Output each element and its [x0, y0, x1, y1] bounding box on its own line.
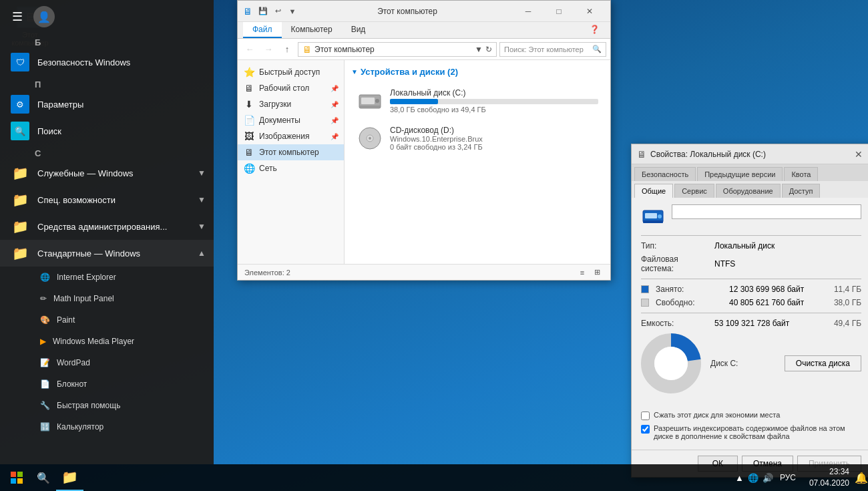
- sidebar-subitem-wordpad[interactable]: 📝 WordPad: [0, 352, 214, 373]
- drive-c-item[interactable]: Локальный диск (C:) 38,0 ГБ свободно из …: [351, 84, 604, 118]
- used-color-swatch: [641, 285, 649, 293]
- sidebar-item-accessibility[interactable]: 📁 Спец. возможности ▼: [0, 186, 214, 213]
- qat-save-btn[interactable]: 💾: [256, 5, 270, 18]
- sidebar-item-settings[interactable]: ⚙ Параметры: [0, 91, 214, 118]
- explorer-titlebar-icon: 🖥: [243, 6, 254, 17]
- free-color-swatch: [641, 299, 649, 307]
- sidebar-item-windows-tools[interactable]: 📁 Служебные — Windows ▼: [0, 160, 214, 186]
- drive-name-input[interactable]: [672, 204, 861, 219]
- dialog-tabs-row1: Безопасность Предыдущие версии Квота: [632, 164, 868, 181]
- capacity-label: Емкость:: [641, 319, 708, 328]
- section-title: Устройства и диски (2): [361, 67, 458, 77]
- svg-point-2: [375, 99, 379, 103]
- pin-icon-downloads: 📌: [331, 101, 339, 108]
- sidebar-subitem-math[interactable]: ✏ Math Input Panel: [0, 288, 214, 309]
- disk-label: Диск С:: [710, 359, 738, 368]
- hamburger-button[interactable]: ☰: [8, 5, 27, 28]
- sidebar-item-standard[interactable]: 📁 Стандартные — Windows ▲: [0, 240, 214, 267]
- tab-access[interactable]: Доступ: [782, 184, 821, 198]
- documents-icon: 📄: [243, 115, 255, 126]
- free-label: Свободно:: [656, 298, 722, 307]
- qat-dropdown-btn[interactable]: ▼: [286, 5, 299, 18]
- sidebar-desktop[interactable]: 🖥 Рабочий стол 📌: [238, 80, 344, 96]
- clock-date: 07.04.2020: [809, 478, 849, 489]
- sidebar-subitem-paint[interactable]: 🎨 Paint: [0, 309, 214, 331]
- compress-checkbox[interactable]: [641, 412, 650, 420]
- sidebar-downloads[interactable]: ⬇ Загрузки 📌: [238, 96, 344, 112]
- index-checkbox[interactable]: [641, 425, 650, 434]
- tab-view[interactable]: Вид: [342, 22, 375, 38]
- tray-arrow-icon[interactable]: ▲: [735, 473, 744, 483]
- notification-icon[interactable]: 🔔: [855, 472, 868, 484]
- sidebar-item-admin[interactable]: 📁 Средства администрирования... ▼: [0, 213, 214, 240]
- tab-computer[interactable]: Компьютер: [282, 22, 342, 38]
- dialog-drive-icon: [641, 204, 665, 228]
- view-list-button[interactable]: ≡: [576, 266, 589, 279]
- sidebar-pictures[interactable]: 🖼 Изображения 📌: [238, 128, 344, 144]
- explorer-main: ▼ Устройства и диски (2): [345, 60, 610, 264]
- sidebar-item-security[interactable]: 🛡 Безопасность Windows: [0, 49, 214, 75]
- dialog-close-button[interactable]: ✕: [852, 148, 865, 161]
- language-indicator[interactable]: РУС: [777, 473, 799, 482]
- start-menu: ☰ 👤 Б 🛡 Безопасность Windows П ⚙ Парамет…: [0, 0, 214, 464]
- properties-dialog: 🖥 Свойства: Локальный диск (С:) ✕ Безопа…: [631, 144, 868, 478]
- svg-rect-16: [11, 478, 16, 484]
- up-button[interactable]: ↑: [279, 41, 295, 57]
- svg-rect-8: [645, 213, 657, 218]
- forward-button[interactable]: →: [260, 41, 276, 57]
- network-tray-icon[interactable]: 🌐: [748, 473, 758, 483]
- paint-icon: 🎨: [40, 315, 50, 325]
- speaker-tray-icon[interactable]: 🔊: [763, 473, 773, 483]
- start-button[interactable]: [0, 464, 33, 491]
- tab-security[interactable]: Безопасность: [634, 167, 696, 181]
- search-box[interactable]: Поиск: Этот компьютер 🔍: [499, 42, 606, 57]
- help-button[interactable]: ❓: [584, 22, 605, 38]
- folder-icon-tools: 📁: [11, 164, 29, 182]
- tab-service[interactable]: Сервис: [674, 184, 714, 198]
- tab-hardware[interactable]: Оборудование: [716, 184, 781, 198]
- maximize-button[interactable]: □: [544, 1, 574, 22]
- quick-access-toolbar: 💾 ↩ ▼: [256, 5, 299, 18]
- taskbar-search-button[interactable]: 🔍: [33, 464, 53, 491]
- sidebar-subitem-notepad[interactable]: 📄 Блокнот: [0, 373, 214, 395]
- sidebar-quick-access[interactable]: ⭐ Быстрый доступ: [238, 64, 344, 80]
- sidebar-subitem-calculator[interactable]: 🔢 Калькулятор: [0, 416, 214, 438]
- search-icon: 🔍: [11, 122, 29, 140]
- address-path[interactable]: 🖥 Этот компьютер ▼ ↻: [298, 42, 497, 57]
- sidebar-documents[interactable]: 📄 Документы 📌: [238, 112, 344, 128]
- sidebar-network[interactable]: 🌐 Сеть: [238, 160, 344, 176]
- clock[interactable]: 23:34 07.04.2020: [804, 466, 855, 489]
- tab-quota[interactable]: Квота: [784, 167, 818, 181]
- qat-undo-btn[interactable]: ↩: [271, 5, 284, 18]
- clean-disk-button[interactable]: Очистка диска: [785, 355, 861, 371]
- dialog-icon-area: [641, 204, 861, 228]
- ribbon: Файл Компьютер Вид ❓: [238, 22, 610, 39]
- user-avatar[interactable]: 👤: [33, 6, 55, 27]
- back-button[interactable]: ←: [242, 41, 258, 57]
- drive-c-bar: [390, 99, 438, 104]
- close-button[interactable]: ✕: [574, 1, 605, 22]
- minimize-button[interactable]: ─: [513, 1, 544, 22]
- sidebar-subitem-quickassist[interactable]: 🔧 Быстрая помощь: [0, 395, 214, 416]
- tab-general[interactable]: Общие: [634, 184, 673, 198]
- item-count: Элементов: 2: [244, 269, 290, 277]
- drive-d-item[interactable]: CD-дисковод (D:) Windows.10.Enterprise.B…: [351, 121, 604, 156]
- fs-value: NTFS: [714, 259, 861, 269]
- sidebar-item-search[interactable]: 🔍 Поиск: [0, 118, 214, 144]
- tab-file[interactable]: Файл: [243, 22, 282, 38]
- security-label: Безопасность Windows: [37, 57, 206, 67]
- svg-point-13: [654, 347, 688, 380]
- drive-c-bar-container: [390, 99, 598, 104]
- sidebar-subitem-ie[interactable]: 🌐 Internet Explorer: [0, 267, 214, 288]
- arrow-down-icon-3: ▼: [198, 222, 206, 231]
- svg-rect-15: [17, 472, 23, 477]
- taskbar-item-explorer[interactable]: 📁: [56, 464, 83, 491]
- address-dropdown-icon[interactable]: ▼: [475, 45, 483, 54]
- address-refresh-icon[interactable]: ↻: [485, 45, 492, 54]
- disk-label-area: Диск С:: [710, 359, 738, 368]
- view-grid-button[interactable]: ⊞: [590, 266, 604, 279]
- devices-section-header[interactable]: ▼ Устройства и диски (2): [351, 67, 604, 77]
- sidebar-subitem-wmp[interactable]: ▶ Windows Media Player: [0, 331, 214, 352]
- sidebar-this-computer[interactable]: 🖥 Этот компьютер: [238, 144, 344, 160]
- tab-previous-versions[interactable]: Предыдущие версии: [697, 167, 783, 181]
